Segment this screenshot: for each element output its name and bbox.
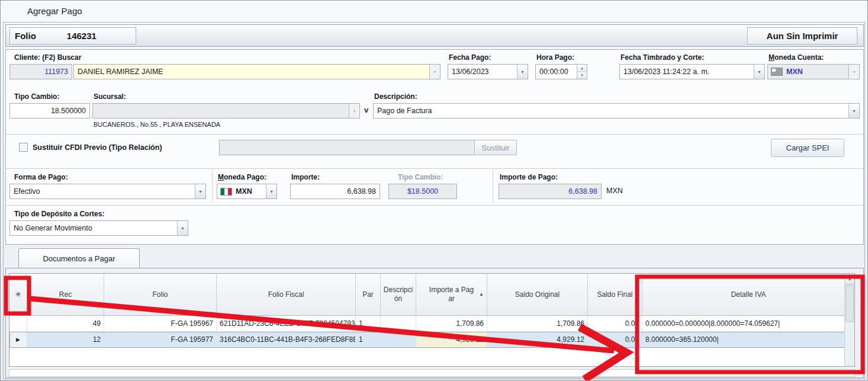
descripcion-combo[interactable]: Pago de Factura ▼ <box>373 103 860 119</box>
cell-saldo-final[interactable]: 0.00 <box>588 332 642 348</box>
chevron-down-icon[interactable]: v <box>364 106 368 114</box>
moneda-pago-value: MXN <box>232 187 266 196</box>
forma-pago-label: Forma de Pago: <box>14 173 68 181</box>
grid-indicator-header: ✳ <box>9 274 27 316</box>
moneda-pago-label: Moneda Pago: <box>218 173 266 181</box>
column-header-detalle-iva[interactable]: Detalle IVA <box>642 274 854 316</box>
importe-pago-field[interactable]: 6,638.98 <box>499 184 602 199</box>
separator <box>6 168 863 169</box>
moneda-pago-combo[interactable]: MXN ▼ <box>217 184 277 199</box>
column-header-rec[interactable]: Rec <box>27 274 104 316</box>
row-indicator-cell: ▶ <box>9 332 27 348</box>
cell-detalle-iva[interactable]: 8.000000=365.120000| <box>642 332 854 348</box>
sustituir-cfdi-checkbox[interactable] <box>19 143 28 152</box>
vertical-scrollbar[interactable]: ▲ <box>844 274 854 366</box>
hora-pago-value: 00:00:00 <box>536 68 577 76</box>
fecha-timbrado-dropdown-icon[interactable]: ▼ <box>754 65 764 79</box>
separator <box>212 169 213 203</box>
sustituir-field[interactable] <box>219 140 475 155</box>
spinner-up-icon[interactable]: ▲ <box>577 65 587 72</box>
forma-pago-value: Efectivo <box>10 187 195 196</box>
hora-pago-field[interactable]: 00:00:00 ▲ ▼ <box>535 64 587 79</box>
tipo-deposito-dropdown-icon[interactable]: ▼ <box>177 221 188 235</box>
cell-rec[interactable]: 12 <box>27 332 104 348</box>
agregar-pago-window: Agregar Pago Folio 146231 Aun Sin Imprim… <box>0 0 868 381</box>
cell-saldo-final[interactable]: 0.00 <box>588 316 642 332</box>
sustituir-button-label: Sustituir <box>482 143 510 152</box>
separator <box>493 169 493 203</box>
cell-saldo-original[interactable]: 1,709.86 <box>487 316 588 332</box>
mexico-flag-icon <box>220 188 232 196</box>
importe-field[interactable]: 6,638.98 <box>290 184 380 199</box>
moneda-cuenta-dropdown-icon[interactable]: ▼ <box>848 65 859 79</box>
sustituir-button[interactable]: Sustituir <box>474 140 517 155</box>
cell-folio-fiscal[interactable]: 316C4BC0-11BC-441B-B4F3-268FED8F8B( <box>217 332 356 348</box>
cell-folio-fiscal[interactable]: 621D11AD-23C6-4EED-845E-7994504793 <box>217 316 356 332</box>
hora-pago-spinner[interactable]: ▲ ▼ <box>577 65 587 79</box>
column-header-importe-a-pagar[interactable]: Importe a Pagar ▲ <box>416 274 487 316</box>
current-row-indicator-icon: ▶ <box>16 337 20 342</box>
tipo-deposito-value: No Generar Movimiento <box>10 224 177 232</box>
cell-saldo-original[interactable]: 4,929.12 <box>487 332 588 348</box>
sucursal-address: BUCANEROS., No.55 , PLAYA ENSENADA <box>94 121 220 128</box>
cell-importe[interactable]: 1,709.86 <box>416 316 487 332</box>
moneda-pago-dropdown-icon[interactable]: ▼ <box>266 184 277 198</box>
column-header-folio[interactable]: Folio <box>104 274 217 316</box>
sucursal-dropdown-icon[interactable]: ▼ <box>349 104 359 118</box>
cell-par[interactable]: 1 <box>356 316 381 332</box>
spinner-down-icon[interactable]: ▼ <box>577 72 587 79</box>
separator <box>6 134 863 135</box>
column-header-saldo-original[interactable]: Saldo Original <box>487 274 588 316</box>
hora-pago-label: Hora Pago: <box>536 53 574 62</box>
forma-pago-combo[interactable]: Efectivo ▼ <box>9 184 206 199</box>
row-indicator-cell <box>9 316 27 332</box>
tipo-cambio-value: 18.500000 <box>10 107 89 115</box>
cell-descripcion[interactable] <box>381 316 416 332</box>
moneda-cuenta-label: Moneda Cuenta: <box>769 53 824 62</box>
sucursal-label: Sucursal: <box>94 92 126 101</box>
scroll-up-icon[interactable]: ▲ <box>845 274 854 284</box>
cliente-name-combo[interactable]: DANIEL RAMIREZ JAIME ▼ <box>73 64 441 79</box>
tipo-cambio-pago-value: $18.5000 <box>389 187 456 196</box>
cell-importe-editing[interactable]: 4,929.12 <box>416 332 487 348</box>
importe-value: 6,638.98 <box>291 187 380 196</box>
cell-detalle-iva[interactable]: 0.000000=0.000000|8.000000=74.059627| <box>642 316 854 332</box>
importe-pago-currency: MXN <box>606 187 623 195</box>
table-row-selected[interactable]: ▶ 12 F-GA 195977 316C4BC0-11BC-441B-B4F3… <box>9 332 854 348</box>
cell-par[interactable]: 1 <box>356 332 381 348</box>
descripcion-value: Pago de Factura <box>374 107 848 115</box>
bottom-strip <box>9 369 855 377</box>
fecha-pago-dropdown-icon[interactable]: ▼ <box>517 65 528 79</box>
cliente-code-field[interactable]: 111973 <box>9 64 72 79</box>
print-status-text: Aun Sin Imprimir <box>767 31 838 41</box>
payment-form-panel: Cliente: (F2) Buscar 111973 DANIEL RAMIR… <box>5 49 864 245</box>
scrollbar-thumb[interactable] <box>846 285 854 322</box>
tipo-cambio-pago-field[interactable]: $18.5000 <box>388 184 457 199</box>
moneda-cuenta-combo[interactable]: MXN ▼ <box>767 64 860 79</box>
grid-header-row: ✳ Rec Folio Folio Fiscal Par Descripción… <box>9 274 854 316</box>
column-header-saldo-final[interactable]: Saldo Final <box>588 274 642 316</box>
cargar-spei-button[interactable]: Cargar SPEI <box>771 139 844 157</box>
column-header-folio-fiscal[interactable]: Folio Fiscal <box>217 274 356 316</box>
window-title: Agregar Pago <box>27 6 82 16</box>
forma-pago-dropdown-icon[interactable]: ▼ <box>195 184 205 198</box>
cell-descripcion[interactable] <box>381 332 416 348</box>
cell-folio[interactable]: F-GA 195967 <box>104 316 217 332</box>
cell-rec[interactable]: 49 <box>27 316 104 332</box>
table-row[interactable]: 49 F-GA 195967 621D11AD-23C6-4EED-845E-7… <box>9 316 854 332</box>
fecha-pago-value: 13/06/2023 <box>448 68 517 76</box>
sucursal-combo[interactable]: ▼ <box>92 103 360 119</box>
column-header-par[interactable]: Par <box>356 274 381 316</box>
cliente-dropdown-icon[interactable]: ▼ <box>429 65 440 79</box>
cell-folio[interactable]: F-GA 195977 <box>104 332 217 348</box>
importe-label: Importe: <box>291 173 320 181</box>
descripcion-dropdown-icon[interactable]: ▼ <box>848 104 859 118</box>
tab-documentos-a-pagar[interactable]: Documentos a Pagar <box>18 248 140 268</box>
column-header-descripcion[interactable]: Descripción <box>381 274 416 316</box>
fecha-pago-field[interactable]: 13/06/2023 ▼ <box>448 64 528 79</box>
tipo-cambio-label: Tipo Cambio: <box>14 92 59 101</box>
tipo-cambio-field[interactable]: 18.500000 <box>9 103 90 119</box>
fecha-timbrado-field[interactable]: 13/06/2023 11:24:22 a. m. ▼ <box>619 64 765 79</box>
tipo-deposito-combo[interactable]: No Generar Movimiento ▼ <box>9 220 188 236</box>
moneda-cuenta-value: MXN <box>783 68 848 76</box>
